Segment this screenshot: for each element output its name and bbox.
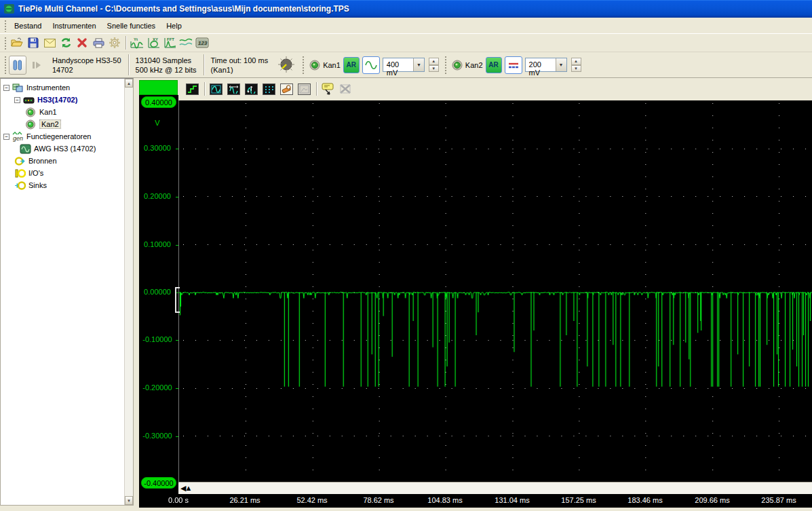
waveforms-button[interactable] <box>178 35 194 51</box>
tree-item-instrumenten[interactable]: − Instrumenten <box>3 81 133 94</box>
meter-button[interactable]: 123 <box>194 35 210 51</box>
kan2-led-icon <box>25 119 37 130</box>
zero-level-handle[interactable] <box>175 287 180 313</box>
generator-icon: gen <box>12 132 24 142</box>
kan1-autorange-button[interactable]: AR <box>343 57 360 73</box>
y-max-pill[interactable]: 0.40000 <box>141 96 176 108</box>
settings-button[interactable] <box>107 35 123 51</box>
kan1-range-dropdown-icon[interactable]: ▼ <box>413 58 424 71</box>
record-info: 131040 Samples 500 kHz @ 12 bits <box>130 56 202 75</box>
delete-x-icon <box>77 38 87 48</box>
tree-item-kan2[interactable]: Kan2 <box>25 118 133 130</box>
delete-label-disabled-icon <box>339 83 352 95</box>
io-icon <box>14 168 26 178</box>
zoom-horizontal-button[interactable] <box>225 81 241 97</box>
kan2-range-select[interactable]: 200 mV ▼ <box>525 58 567 72</box>
timeout-info: Time out: 100 ms (Kan1) <box>206 56 274 75</box>
xy-graph-button[interactable]: XY <box>145 35 161 51</box>
main-area: − Instrumenten − HS3(14702) <box>0 78 812 511</box>
device-serial: 14702 <box>52 65 121 75</box>
scroll-up-icon[interactable]: ▲ <box>125 79 133 88</box>
zoom-fit-button[interactable] <box>208 81 224 97</box>
yt-graph-button[interactable]: Yt <box>129 35 145 51</box>
xy-graph-icon: XY <box>147 37 160 49</box>
scroll-down-icon[interactable]: ▼ <box>125 496 133 505</box>
collapse-icon[interactable]: − <box>14 97 20 103</box>
add-label-button[interactable] <box>320 81 336 97</box>
kan2-gripper <box>444 55 447 75</box>
email-icon <box>44 39 56 48</box>
collapse-icon[interactable]: − <box>3 85 9 91</box>
show-samples-button[interactable] <box>260 81 277 97</box>
oneshot-button[interactable] <box>28 56 45 75</box>
zoom-fit-icon <box>211 85 221 94</box>
menu-bestand[interactable]: Bestand <box>9 20 47 32</box>
graph-toolbar-separator <box>204 82 205 96</box>
menu-help[interactable]: Help <box>161 20 187 32</box>
eraser-pen-icon <box>281 84 292 94</box>
delete-label-button[interactable] <box>337 81 353 97</box>
kan2-coupling-button[interactable] <box>505 56 522 74</box>
y-tick-label: 0.00000 <box>139 288 176 297</box>
menu-snelle-functies[interactable]: Snelle functies <box>102 20 161 32</box>
instrbar-gripper <box>3 55 7 75</box>
interpolation-button[interactable] <box>184 81 200 97</box>
awg-icon <box>20 144 31 154</box>
pause-icon <box>13 60 22 71</box>
kan2-led-icon <box>452 60 463 71</box>
fft-graph-button[interactable]: FFT <box>161 35 178 51</box>
title-bar[interactable]: TiePie Multi Channel - C:\Documents and … <box>0 0 812 18</box>
export-image-button[interactable] <box>296 81 312 97</box>
trigger-position-icon[interactable]: ◀▲ <box>178 484 191 493</box>
oscilloscope-plot[interactable] <box>178 100 812 482</box>
kan1-range-select[interactable]: 400 mV ▼ <box>383 58 425 72</box>
tree-item-kan1[interactable]: Kan1 <box>25 106 133 118</box>
kan1-coupling-button[interactable] <box>362 56 380 74</box>
instruments-icon <box>12 83 24 93</box>
email-button[interactable] <box>41 35 58 51</box>
pause-button[interactable] <box>9 56 26 75</box>
time-scrollbar[interactable]: ◀▲ <box>178 482 812 494</box>
kan1-spin-up-icon[interactable]: ▲ <box>429 58 439 65</box>
y-tick-label: -0.10000 <box>139 335 176 345</box>
tree-label: Instrumenten <box>26 83 70 92</box>
collapse-icon[interactable]: − <box>3 134 9 140</box>
kan1-gripper <box>301 55 305 75</box>
app-window: TiePie Multi Channel - C:\Documents and … <box>0 0 812 511</box>
tree-item-hs3[interactable]: − HS3(14702) <box>14 94 133 106</box>
callout-label-icon <box>320 82 335 96</box>
tree-item-functiegeneratoren[interactable]: − gen Functiegeneratoren <box>3 130 133 143</box>
kan1-spin-down-icon[interactable]: ▼ <box>429 65 439 73</box>
tree-item-sinks[interactable]: Sinks <box>14 179 133 191</box>
pen-button[interactable] <box>278 81 294 97</box>
delete-button[interactable] <box>74 35 90 51</box>
window-title: TiePie Multi Channel - C:\Documents and … <box>18 4 349 14</box>
print-button[interactable] <box>90 35 107 51</box>
kan2-range-spinner[interactable]: ▲▼ <box>571 58 581 72</box>
y-axis[interactable]: 0.40000 V 0.30000 0.20000 0.10000 0.0000… <box>139 95 178 494</box>
object-tree-panel: − Instrumenten − HS3(14702) <box>0 78 134 506</box>
kan1-range-spinner[interactable]: ▲▼ <box>429 58 439 72</box>
x-axis: 0.00 s 26.21 ms 52.42 ms 78.62 ms 104.83… <box>139 494 812 508</box>
open-button[interactable] <box>9 35 25 51</box>
kan2-spin-down-icon[interactable]: ▼ <box>571 65 581 73</box>
channel-color-bar[interactable] <box>139 80 178 95</box>
timeout-value: Time out: 100 ms <box>211 56 269 65</box>
x-tick-label: 52.42 ms <box>296 496 327 504</box>
kan2-autorange-button[interactable]: AR <box>486 57 502 73</box>
tree-label: Kan2 <box>39 119 61 129</box>
y-tick-label: 0.20000 <box>139 192 176 202</box>
timeout-knob[interactable] <box>277 56 295 75</box>
tree-item-bronnen[interactable]: Bronnen <box>14 155 133 167</box>
save-button[interactable] <box>25 35 41 51</box>
kan2-spin-up-icon[interactable]: ▲ <box>571 58 581 65</box>
tree-label: Bronnen <box>28 157 57 165</box>
kan2-range-dropdown-icon[interactable]: ▼ <box>556 58 566 71</box>
tree-item-ios[interactable]: I/O's <box>14 167 133 179</box>
zoom-vertical-button[interactable] <box>243 81 259 97</box>
menu-instrumenten[interactable]: Instrumenten <box>47 20 101 32</box>
tree-item-awg[interactable]: AWG HS3 (14702) <box>20 143 133 155</box>
tree-scrollbar[interactable]: ▲ ▼ <box>124 79 133 505</box>
y-min-pill[interactable]: -0.40000 <box>141 477 176 489</box>
refresh-button[interactable] <box>58 35 74 51</box>
